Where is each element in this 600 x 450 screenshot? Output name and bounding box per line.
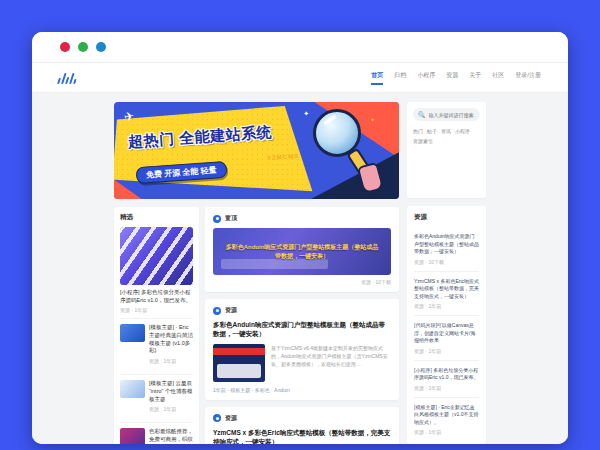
article-title: 色彩最炫酷推荐，免费可商用，织纹两种不同的配色: [149, 428, 193, 444]
sparkle-icon: ✦: [370, 116, 375, 123]
maximize-window-button[interactable]: [96, 42, 106, 52]
featured-lead-thumbnail: [120, 227, 193, 285]
article-thumbnail: [120, 380, 145, 398]
nav-item-resources[interactable]: 资源: [446, 71, 458, 85]
resource-title: [模板主题] · Eric全新记忆蓝白风格模板主题（v1.0不支持响应式）。: [414, 404, 479, 427]
resource-meta: 资源 · 1年前: [414, 429, 479, 435]
article-meta: 资源 · 1年前: [149, 406, 193, 412]
list-item[interactable]: 色彩最炫酷推荐，免费可商用，织纹两种不同的配色 资讯 · 1年前: [120, 422, 193, 444]
list-item[interactable]: [模板主题] · Eric主题经典蓝白简洁模板主题 (v1.0多彩) 资源 · …: [120, 318, 193, 369]
post-excerpt: 基于YzmCMS v6.4最新版本定制开发的完整响应式的，Anduin响应式资源…: [271, 344, 391, 382]
sparkle-icon: ✦: [303, 110, 309, 118]
resource-title: [小程序] 多彩色垃圾分类小程序源码Eric v1.0，现已发布。: [414, 367, 479, 382]
featured-lead-title: [小程序] 多彩色垃圾分类小程序源码Eric v1.0，现已发布。: [120, 289, 193, 304]
category-icon: [213, 414, 221, 422]
nav-item-about[interactable]: 关于: [469, 71, 481, 85]
hot-link[interactable]: 帖子: [427, 128, 437, 134]
pinned-post-card[interactable]: 置顶 多彩色Anduin响应式资源门户型整站模板主题（整站成品带数据，一键安装）…: [205, 207, 399, 292]
pinned-badge: 置顶: [225, 214, 237, 223]
search-card: 🔍 热门 帖子 资讯 小程序 资源索引: [407, 102, 486, 198]
category-icon: [213, 307, 221, 315]
list-item[interactable]: [小程序] 多彩色垃圾分类小程序源码Eric v1.0，现已发布。 资源 · 1…: [414, 361, 479, 398]
minimize-window-button[interactable]: [78, 42, 88, 52]
featured-card: 精选 [小程序] 多彩色垃圾分类小程序源码Eric v1.0，现已发布。 资源 …: [114, 207, 199, 444]
hot-links: 热门 帖子 资讯 小程序 资源索引: [413, 128, 480, 144]
post-card[interactable]: 资源 多彩色Anduin响应式资源门户型整站模板主题（整站成品带数据，一键安装）…: [205, 299, 399, 400]
featured-lead[interactable]: [小程序] 多彩色垃圾分类小程序源码Eric v1.0，现已发布。 资源 · 1…: [120, 227, 193, 313]
post-title[interactable]: 多彩色Anduin响应式资源门户型整站模板主题（整站成品带数据，一键安装）: [213, 320, 391, 339]
list-item[interactable]: [模板主题] · Eric全新记忆蓝白风格模板主题（v1.0不支持响应式）。 资…: [414, 398, 479, 438]
pinned-post-caption: 多彩色Anduin响应式资源门户型整站模板主题（整站成品带数据，一键安装）: [213, 243, 391, 261]
category-badge: 资源: [225, 306, 237, 315]
category-badge: 资源: [225, 414, 237, 423]
nav-item-login-register[interactable]: 登录/注册: [515, 71, 541, 85]
resources-title: 资源: [414, 213, 479, 222]
nav-item-miniprogram[interactable]: 小程序: [417, 71, 435, 85]
list-item[interactable]: 多彩色Anduin响应式资源门户型整站模板主题（整站成品带数据，一键安装） 资源…: [414, 227, 479, 272]
resource-meta: 资源 · 1年前: [414, 303, 479, 309]
close-window-button[interactable]: [60, 42, 70, 52]
main-nav: 首页 归档 小程序 资源 关于 社区 登录/注册: [371, 71, 541, 85]
list-item[interactable]: YzmCMS x 多彩色Eric响应式整站模板（整站带数据，完美支持响应式，一键…: [414, 272, 479, 317]
resource-title: 多彩色Anduin响应式资源门户型整站模板主题（整站成品带数据，一键安装）: [414, 233, 479, 256]
resource-meta: 资源 · 10下载: [414, 259, 479, 265]
hot-link[interactable]: 热门: [413, 128, 423, 134]
hot-link[interactable]: 资讯: [441, 128, 451, 134]
browser-window: 首页 归档 小程序 资源 关于 社区 登录/注册 ✈ ✦ ✦: [32, 32, 568, 444]
resource-title: YzmCMS x 多彩色Eric响应式整站模板（整站带数据，完美支持响应式，一键…: [414, 278, 479, 301]
site-logo-icon[interactable]: [57, 72, 79, 84]
resources-card: 资源 多彩色Anduin响应式资源门户型整站模板主题（整站成品带数据，一键安装）…: [407, 206, 486, 444]
post-title[interactable]: YzmCMS x 多彩色Eric响应式整站模板（整站带数据，完美支持响应式，一键…: [213, 428, 391, 444]
article-title: [模板主题] · Eric主题经典蓝白简洁模板主题 (v1.0多彩): [149, 324, 193, 355]
window-titlebar: [32, 32, 568, 63]
resource-title: [代码片段]可以做Canvas悬浮，创建自定义网站卡片/海报组件效果: [414, 322, 479, 345]
site-navbar: 首页 归档 小程序 资源 关于 社区 登录/注册: [32, 63, 568, 93]
search-input[interactable]: [429, 112, 476, 118]
hot-link[interactable]: 小程序: [455, 128, 470, 134]
post-card[interactable]: 资源 YzmCMS x 多彩色Eric响应式整站模板（整站带数据，完美支持响应式…: [205, 407, 399, 444]
nav-item-home[interactable]: 首页: [371, 71, 383, 85]
post-thumbnail: [213, 344, 265, 382]
list-item[interactable]: [代码片段]可以做Canvas悬浮，创建自定义网站卡片/海报组件效果 资源 · …: [414, 316, 479, 361]
article-meta: 资源 · 1年前: [149, 358, 193, 364]
resource-meta: 资源 · 1年前: [414, 348, 479, 354]
article-title: [模板主题] 云星辰 “intro” 个性博客模板主题: [149, 380, 193, 403]
list-item[interactable]: [模板主题] 云星辰 “intro” 个性博客模板主题 资源 · 1年前: [120, 374, 193, 417]
featured-title: 精选: [120, 213, 193, 222]
resource-meta: 资源 · 1年前: [414, 385, 479, 391]
search-icon: 🔍: [418, 112, 426, 118]
pinned-post-image: 多彩色Anduin响应式资源门户型整站模板主题（整站成品带数据，一键安装）: [213, 228, 391, 275]
article-thumbnail: [120, 324, 145, 342]
nav-item-archive[interactable]: 归档: [394, 71, 406, 85]
post-tags[interactable]: 1年前 · 模板主题 · 多彩色 · Anduin: [213, 387, 391, 393]
nav-item-community[interactable]: 社区: [492, 71, 504, 85]
article-thumbnail: [120, 428, 145, 444]
featured-lead-meta: 资源 · 1年前: [120, 307, 193, 313]
search-box[interactable]: 🔍: [413, 108, 480, 121]
hot-link[interactable]: 资源索引: [413, 138, 433, 144]
page-content: ✈ ✦ ✦ 超热门 全能建站系统 YZMCMS 免费 开源 全能 轻量 精选: [32, 93, 568, 444]
pinned-post-meta: 资源 · 10下载: [213, 279, 391, 285]
pin-icon: [213, 215, 221, 223]
hero-banner[interactable]: ✈ ✦ ✦ 超热门 全能建站系统 YZMCMS 免费 开源 全能 轻量: [114, 102, 399, 199]
